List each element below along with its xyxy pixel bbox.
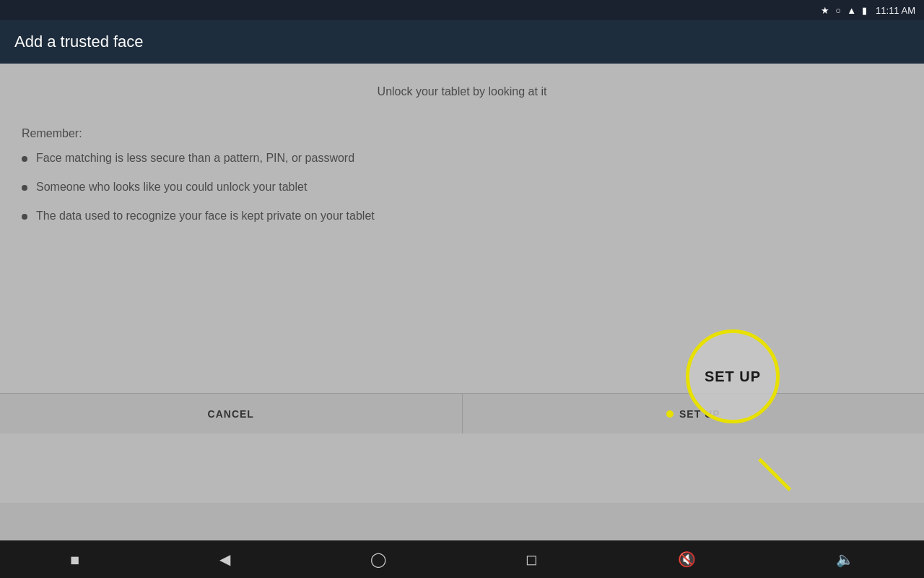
- list-item: Someone who looks like you could unlock …: [22, 181, 910, 194]
- bullet-text-2: Someone who looks like you could unlock …: [36, 181, 307, 194]
- nav-bar: ◼ ◀ ◯ ◻ 🔇 🔈: [0, 540, 924, 578]
- bullet-text-1: Face matching is less secure than a patt…: [36, 152, 354, 165]
- status-time: 11:11 AM: [876, 5, 915, 16]
- battery-icon: ▮: [862, 5, 867, 16]
- gallery-icon[interactable]: ◼: [70, 553, 79, 566]
- remember-label: Remember:: [22, 127, 910, 140]
- volume-off-icon[interactable]: 🔇: [678, 551, 696, 568]
- setup-dot: [666, 410, 674, 418]
- list-item: The data used to recognize your face is …: [22, 210, 910, 223]
- app-bar-title: Add a trusted face: [14, 33, 144, 51]
- app-bar: Add a trusted face: [0, 20, 924, 64]
- magnifier-circle: SET UP: [686, 329, 780, 423]
- bullet-dot: [22, 156, 27, 162]
- bullet-text-3: The data used to recognize your face is …: [36, 210, 375, 223]
- home-icon[interactable]: ◯: [370, 551, 386, 568]
- subtitle: Unlock your tablet by looking at it: [14, 85, 910, 98]
- magnifier-label: SET UP: [705, 368, 761, 385]
- bullet-list: Face matching is less secure than a patt…: [22, 152, 910, 223]
- volume-down-icon[interactable]: 🔈: [836, 551, 854, 568]
- cancel-button[interactable]: CANCEL: [0, 394, 463, 434]
- magnifier-handle: [758, 458, 791, 491]
- minus-circle-icon: ○: [835, 5, 841, 16]
- recents-icon[interactable]: ◻: [526, 551, 538, 568]
- back-icon[interactable]: ◀: [219, 551, 230, 568]
- bullet-dot: [22, 185, 27, 191]
- bluetooth-icon: ★: [821, 5, 829, 16]
- main-content: Unlock your tablet by looking at it Reme…: [0, 64, 924, 503]
- wifi-icon: ▲: [847, 5, 856, 16]
- action-bar: CANCEL SET UP: [0, 393, 924, 434]
- status-bar: ★ ○ ▲ ▮ 11:11 AM: [0, 0, 924, 20]
- bullet-dot: [22, 214, 27, 220]
- list-item: Face matching is less secure than a patt…: [22, 152, 910, 165]
